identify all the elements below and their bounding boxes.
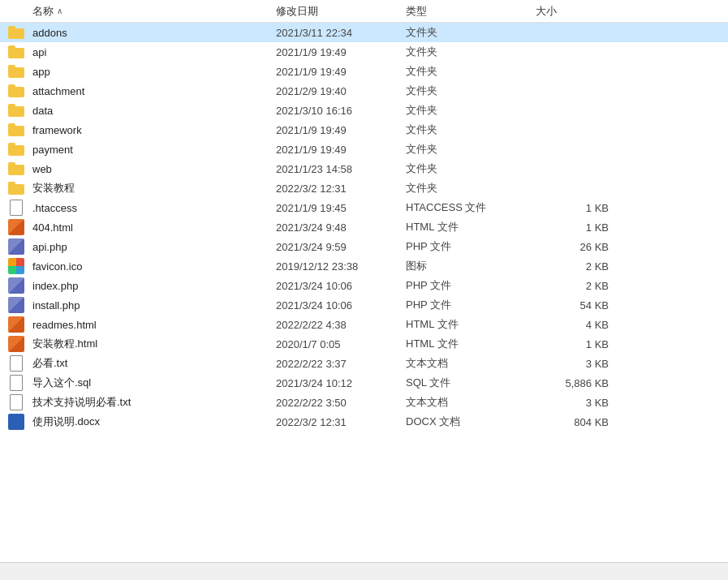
file-icon-cell <box>0 414 32 430</box>
file-date-cell: 2022/3/2 12:31 <box>276 183 406 195</box>
file-icon-cell <box>0 316 32 333</box>
file-type-cell: PHP 文件 <box>406 298 536 312</box>
file-date-cell: 2020/1/7 0:05 <box>276 338 406 350</box>
table-row[interactable]: 必看.txt 2022/2/22 3:37 文本文档 3 KB <box>0 354 728 373</box>
file-type-cell: HTML 文件 <box>406 337 536 351</box>
file-type-cell: 文件夹 <box>406 161 536 176</box>
file-type-cell: PHP 文件 <box>406 278 536 293</box>
file-date-cell: 2021/1/9 19:49 <box>276 66 406 78</box>
file-type-cell: 文件夹 <box>406 181 536 195</box>
file-name-cell: 安装教程 <box>32 181 276 195</box>
file-icon-cell <box>0 123 32 136</box>
folder-icon <box>8 84 24 97</box>
table-row[interactable]: framework 2021/1/9 19:49 文件夹 <box>0 120 728 140</box>
file-date-cell: 2021/3/24 10:12 <box>276 377 406 389</box>
table-row[interactable]: install.php 2021/3/24 10:06 PHP 文件 54 KB <box>0 295 728 315</box>
file-type-cell: 文件夹 <box>406 142 536 157</box>
table-row[interactable]: addons 2021/3/11 22:34 文件夹 <box>0 23 728 42</box>
folder-icon <box>8 104 24 117</box>
file-date-cell: 2021/1/9 19:49 <box>276 144 406 156</box>
file-date-cell: 2022/2/22 3:50 <box>276 397 406 409</box>
file-icon-cell <box>0 200 32 216</box>
file-name-cell: 必看.txt <box>32 356 276 371</box>
file-name-cell: install.php <box>32 299 276 311</box>
table-row[interactable]: app 2021/1/9 19:49 文件夹 <box>0 62 728 81</box>
col-type-header[interactable]: 类型 <box>406 4 536 19</box>
file-name-cell: framework <box>32 124 276 136</box>
file-name-cell: 404.html <box>32 221 276 234</box>
file-type-cell: 文件夹 <box>406 103 536 118</box>
table-row[interactable]: data 2021/3/10 16:16 文件夹 <box>0 101 728 120</box>
file-size-cell: 1 KB <box>536 338 617 350</box>
file-type-cell: 文件夹 <box>406 45 536 59</box>
file-icon-cell <box>0 84 32 97</box>
file-icon-cell <box>0 219 32 235</box>
table-row[interactable]: web 2021/1/23 14:58 文件夹 <box>0 159 728 178</box>
file-type-cell: 文本文档 <box>406 356 536 371</box>
file-icon-cell <box>0 336 32 352</box>
html-icon <box>8 316 24 333</box>
file-type-cell: DOCX 文档 <box>406 415 536 429</box>
table-row[interactable]: 404.html 2021/3/24 9:48 HTML 文件 1 KB <box>0 217 728 237</box>
file-name-cell: favicon.ico <box>32 260 276 273</box>
table-row[interactable]: api 2021/1/9 19:49 文件夹 <box>0 42 728 62</box>
file-date-cell: 2021/3/24 9:59 <box>276 241 406 253</box>
file-name-cell: addons <box>32 27 276 39</box>
file-icon-cell <box>0 162 32 175</box>
file-date-cell: 2021/1/9 19:45 <box>276 202 406 214</box>
table-row[interactable]: .htaccess 2021/1/9 19:45 HTACCESS 文件 1 K… <box>0 198 728 217</box>
folder-icon <box>8 143 24 156</box>
folder-icon <box>8 45 24 58</box>
file-date-cell: 2021/3/24 10:06 <box>276 280 406 292</box>
table-row[interactable]: attachment 2021/2/9 19:40 文件夹 <box>0 81 728 101</box>
file-date-cell: 2021/1/9 19:49 <box>276 46 406 58</box>
file-type-cell: HTML 文件 <box>406 220 536 234</box>
file-icon-cell <box>0 297 32 313</box>
file-type-cell: HTACCESS 文件 <box>406 200 536 215</box>
table-row[interactable]: api.php 2021/3/24 9:59 PHP 文件 26 KB <box>0 237 728 256</box>
file-name-cell: api <box>32 46 276 58</box>
file-explorer: 名称 ∧ 修改日期 类型 大小 addons 2021/3/11 22:34 文… <box>0 0 728 562</box>
bottom-bar <box>0 562 728 580</box>
file-name-cell: 导入这个.sql <box>32 376 276 390</box>
file-size-cell: 26 KB <box>536 241 617 253</box>
htaccess-icon <box>10 200 23 216</box>
html-icon <box>8 219 24 235</box>
file-size-cell: 4 KB <box>536 319 617 331</box>
php-icon <box>8 297 24 313</box>
file-icon-cell <box>0 277 32 294</box>
table-row[interactable]: 导入这个.sql 2021/3/24 10:12 SQL 文件 5,886 KB <box>0 373 728 393</box>
folder-icon <box>8 65 24 78</box>
txt-icon <box>10 355 23 372</box>
file-size-cell: 54 KB <box>536 299 617 311</box>
table-row[interactable]: 使用说明.docx 2022/3/2 12:31 DOCX 文档 804 KB <box>0 412 728 432</box>
table-row[interactable]: 技术支持说明必看.txt 2022/2/22 3:50 文本文档 3 KB <box>0 393 728 412</box>
table-row[interactable]: payment 2021/1/9 19:49 文件夹 <box>0 140 728 159</box>
col-name-header[interactable]: 名称 ∧ <box>0 4 276 19</box>
file-list[interactable]: addons 2021/3/11 22:34 文件夹 api 2021/1/9 … <box>0 23 728 562</box>
table-row[interactable]: favicon.ico 2019/12/12 23:38 图标 2 KB <box>0 256 728 276</box>
file-type-cell: 文本文档 <box>406 395 536 410</box>
col-date-header[interactable]: 修改日期 <box>276 4 406 19</box>
file-date-cell: 2021/2/9 19:40 <box>276 85 406 97</box>
table-row[interactable]: 安装教程 2022/3/2 12:31 文件夹 <box>0 178 728 198</box>
file-name-cell: web <box>32 163 276 175</box>
column-header: 名称 ∧ 修改日期 类型 大小 <box>0 0 728 23</box>
file-name-cell: 技术支持说明必看.txt <box>32 395 276 410</box>
file-size-cell: 1 KB <box>536 202 617 214</box>
php-icon <box>8 277 24 294</box>
file-date-cell: 2021/1/23 14:58 <box>276 163 406 175</box>
col-size-header[interactable]: 大小 <box>536 4 617 19</box>
table-row[interactable]: readmes.html 2022/2/22 4:38 HTML 文件 4 KB <box>0 315 728 334</box>
folder-icon <box>8 123 24 136</box>
table-row[interactable]: 安装教程.html 2020/1/7 0:05 HTML 文件 1 KB <box>0 334 728 354</box>
file-size-cell: 1 KB <box>536 221 617 234</box>
file-date-cell: 2021/3/24 10:06 <box>276 299 406 311</box>
ico-icon <box>8 258 24 274</box>
table-row[interactable]: index.php 2021/3/24 10:06 PHP 文件 2 KB <box>0 276 728 295</box>
file-type-cell: SQL 文件 <box>406 376 536 390</box>
folder-icon <box>8 162 24 175</box>
file-type-cell: 文件夹 <box>406 122 536 137</box>
file-size-cell: 2 KB <box>536 280 617 292</box>
file-type-cell: HTML 文件 <box>406 317 536 332</box>
